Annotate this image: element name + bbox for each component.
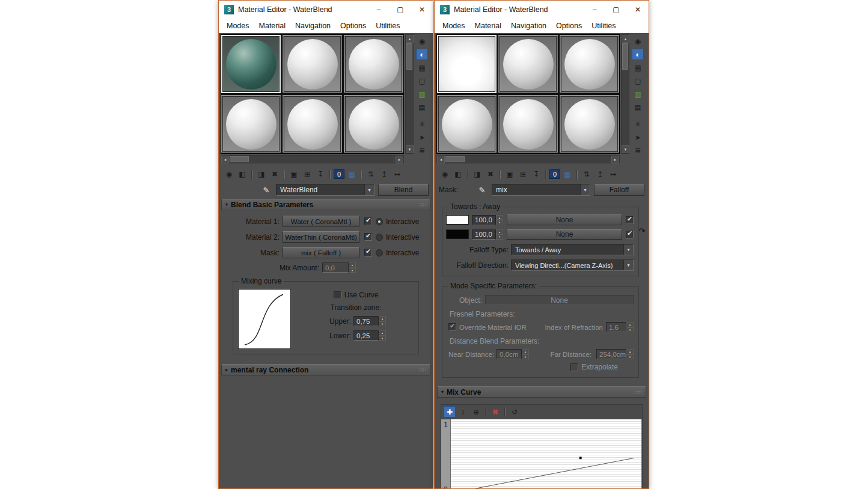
show-shaded-in-viewport-icon[interactable]: ▦: [346, 169, 358, 180]
get-material-icon[interactable]: ◉: [439, 169, 451, 180]
make-unique-icon[interactable]: ⊞: [301, 169, 313, 180]
color2-amount-spinner[interactable]: 100,0 ▴▾: [472, 229, 503, 240]
falloff-direction-dropdown[interactable]: Viewing Directi...(Camera Z-Axis) ▾: [511, 260, 634, 271]
go-to-parent-icon[interactable]: ↥: [378, 169, 390, 180]
use-curve-checkbox[interactable]: [334, 291, 341, 299]
scroll-down-icon[interactable]: ▾: [406, 145, 414, 153]
material-sample-slot[interactable]: [283, 35, 342, 93]
scroll-right-icon[interactable]: ▸: [396, 156, 403, 163]
color1-map-button[interactable]: None: [507, 214, 622, 225]
material1-button[interactable]: Water ( CoronaMtl ): [283, 216, 359, 227]
sample-uv-tiling-icon[interactable]: ▢: [632, 75, 644, 87]
material-sample-slot[interactable]: [344, 35, 403, 93]
maximize-button[interactable]: ▢: [605, 1, 627, 18]
show-shaded-in-viewport-icon[interactable]: ▦: [561, 169, 573, 180]
material2-interactive-radio[interactable]: [376, 234, 383, 241]
material-sample-slot[interactable]: [498, 35, 558, 93]
color1-swatch[interactable]: [446, 215, 469, 225]
rollout-mix-curve[interactable]: ▾ Mix Curve ∷∷: [437, 386, 646, 398]
sample-type-icon[interactable]: ◉: [416, 35, 428, 47]
reset-map-icon[interactable]: ✖: [269, 169, 281, 180]
put-to-library-icon[interactable]: ↧: [314, 169, 326, 180]
material-sample-slot[interactable]: [437, 35, 497, 93]
material-id-channel-icon[interactable]: 0: [549, 169, 560, 179]
color2-amount-value[interactable]: 100,0: [472, 229, 496, 240]
show-end-result-icon[interactable]: ⇅: [581, 169, 593, 180]
scrollbar-track[interactable]: [249, 156, 396, 163]
material-sample-slot[interactable]: [221, 35, 281, 93]
rollout-blend-basic-parameters[interactable]: ▾ Blend Basic Parameters ∷∷: [221, 199, 430, 210]
material-sample-slot[interactable]: [344, 95, 403, 153]
material-map-navigator-icon[interactable]: ≣: [416, 145, 428, 156]
scroll-down-icon[interactable]: ▾: [622, 145, 629, 153]
map-type-button[interactable]: Falloff: [594, 184, 644, 196]
color2-map-button[interactable]: None: [507, 229, 622, 240]
maximize-button[interactable]: ▢: [390, 1, 411, 18]
titlebar[interactable]: 3 Material Editor - WaterBlend – ▢ ✕: [435, 1, 649, 18]
scrollbar-track[interactable]: [622, 70, 629, 145]
assign-material-to-selection-icon[interactable]: ◨: [255, 169, 267, 180]
put-material-to-scene-icon[interactable]: ◧: [452, 169, 464, 180]
material-sample-slot[interactable]: [560, 35, 619, 93]
material-type-button[interactable]: Blend: [378, 184, 429, 196]
material-sample-slot[interactable]: [498, 95, 558, 153]
spin-up-icon[interactable]: ▴: [496, 229, 503, 235]
go-forward-to-sibling-icon[interactable]: ↦: [607, 169, 619, 180]
samples-vertical-scrollbar[interactable]: ▴ ▾: [621, 34, 629, 154]
video-color-check-icon[interactable]: ▥: [416, 88, 428, 100]
menu-material[interactable]: Material: [254, 22, 290, 30]
scale-point-icon[interactable]: ↕: [457, 406, 469, 418]
lower-value[interactable]: 0,25: [353, 330, 379, 341]
add-point-icon[interactable]: ⊕: [470, 406, 482, 418]
options-icon[interactable]: ✳: [632, 118, 644, 130]
menu-options[interactable]: Options: [551, 22, 587, 30]
mix-curve-plot[interactable]: [451, 419, 642, 488]
pick-material-eyedropper-icon[interactable]: ✎: [476, 184, 488, 196]
color2-swatch[interactable]: [446, 229, 469, 239]
menu-utilities[interactable]: Utilities: [371, 22, 405, 30]
material-sample-slot[interactable]: [560, 95, 619, 153]
make-unique-icon[interactable]: ⊞: [517, 169, 529, 180]
pan-icon[interactable]: ↺: [509, 406, 521, 418]
mask-enable-checkbox[interactable]: ✔: [364, 249, 372, 257]
put-to-library-icon[interactable]: ↧: [530, 169, 542, 180]
options-icon[interactable]: ✳: [416, 118, 428, 130]
spin-down-icon[interactable]: ▾: [496, 234, 503, 240]
menu-modes[interactable]: Modes: [438, 22, 470, 30]
show-end-result-icon[interactable]: ⇅: [365, 169, 377, 180]
material-sample-slot[interactable]: [437, 95, 497, 153]
color1-amount-spinner[interactable]: 100,0 ▴▾: [472, 215, 503, 225]
menu-navigation[interactable]: Navigation: [290, 22, 335, 30]
spin-down-icon[interactable]: ▾: [379, 336, 386, 341]
color1-amount-value[interactable]: 100,0: [472, 215, 496, 225]
map-name-dropdown[interactable]: mix ▾: [492, 184, 590, 196]
close-button[interactable]: ✕: [627, 1, 649, 18]
material-name-dropdown[interactable]: WaterBlend ▾: [276, 184, 374, 196]
reset-map-icon[interactable]: ✖: [484, 169, 497, 180]
go-forward-to-sibling-icon[interactable]: ↦: [391, 169, 403, 180]
scrollbar-thumb[interactable]: [445, 156, 465, 162]
material-id-channel-icon[interactable]: 0: [334, 169, 344, 179]
background-icon[interactable]: ▦: [416, 62, 428, 73]
sample-type-icon[interactable]: ◉: [632, 35, 644, 47]
minimize-button[interactable]: –: [584, 1, 605, 18]
material1-enable-checkbox[interactable]: ✔: [364, 217, 372, 225]
make-material-copy-icon[interactable]: ▣: [288, 169, 300, 180]
backlight-icon[interactable]: ◐: [416, 49, 428, 60]
spin-down-icon[interactable]: ▾: [496, 220, 503, 225]
scrollbar-thumb[interactable]: [622, 43, 628, 70]
menu-utilities[interactable]: Utilities: [587, 22, 620, 30]
menu-material[interactable]: Material: [470, 22, 506, 30]
menu-navigation[interactable]: Navigation: [506, 22, 551, 30]
upper-spinner[interactable]: 0,75 ▴▾: [353, 316, 386, 326]
titlebar[interactable]: 3 Material Editor - WaterBlend – ▢ ✕: [219, 1, 433, 18]
mask-button[interactable]: mix ( Falloff ): [283, 247, 359, 258]
mask-interactive-radio[interactable]: [376, 249, 383, 257]
go-to-parent-icon[interactable]: ↥: [594, 169, 606, 180]
material-map-navigator-icon[interactable]: ≣: [632, 145, 644, 156]
delete-point-icon[interactable]: ✖: [489, 406, 501, 418]
select-by-material-icon[interactable]: ➤: [416, 132, 428, 143]
get-material-icon[interactable]: ◉: [223, 169, 235, 180]
swap-colors-icon[interactable]: ↷: [638, 223, 646, 238]
video-color-check-icon[interactable]: ▥: [632, 88, 644, 100]
